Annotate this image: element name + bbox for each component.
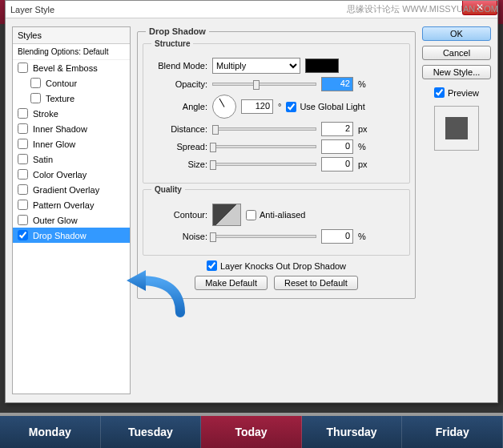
style-checkbox[interactable] (30, 78, 41, 88)
angle-dial[interactable] (212, 95, 236, 119)
size-slider[interactable] (212, 163, 316, 166)
contour-picker[interactable] (212, 204, 241, 226)
tab-thursday[interactable]: Thursday (302, 416, 403, 448)
size-label: Size: (151, 159, 207, 169)
contour-label: Contour: (151, 210, 207, 220)
tab-friday[interactable]: Friday (402, 416, 503, 448)
style-item-color-overlay[interactable]: Color Overlay (13, 167, 130, 182)
style-checkbox[interactable] (30, 93, 41, 103)
style-item-texture[interactable]: Texture (13, 91, 130, 106)
opacity-slider[interactable] (212, 83, 316, 86)
style-checkbox[interactable] (18, 215, 28, 225)
blending-options[interactable]: Blending Options: Default (13, 44, 130, 60)
cancel-button[interactable]: Cancel (422, 46, 491, 60)
style-label: Stroke (33, 109, 58, 119)
style-label: Gradient Overlay (33, 185, 99, 195)
watermark: 思缘设计论坛 WWW.MISSYUAN.COM (347, 3, 498, 15)
style-label: Inner Glow (33, 139, 75, 149)
global-light-checkbox[interactable]: Use Global Light (286, 102, 364, 112)
reset-default-button[interactable]: Reset to Default (274, 276, 358, 290)
style-checkbox[interactable] (18, 169, 28, 180)
style-item-inner-shadow[interactable]: Inner Shadow (13, 121, 130, 136)
noise-label: Noise: (151, 232, 207, 241)
distance-label: Distance: (151, 124, 207, 134)
style-label: Drop Shadow (33, 231, 87, 240)
spread-label: Spread: (151, 142, 207, 151)
styles-list: Styles Blending Options: Default Bevel &… (12, 26, 131, 394)
style-item-outer-glow[interactable]: Outer Glow (13, 212, 130, 228)
blend-mode-label: Blend Mode: (151, 61, 207, 71)
tab-today[interactable]: Today (201, 416, 302, 448)
distance-slider[interactable] (212, 127, 316, 131)
noise-slider[interactable] (212, 235, 316, 238)
style-checkbox[interactable] (18, 230, 28, 240)
knocks-out-checkbox[interactable]: Layer Knocks Out Drop Shadow (207, 260, 346, 271)
drop-shadow-group: Drop Shadow Structure Blend Mode: Multip… (137, 26, 416, 299)
drop-shadow-legend: Drop Shadow (146, 26, 209, 36)
style-label: Inner Shadow (33, 124, 87, 134)
style-item-satin[interactable]: Satin (13, 151, 130, 167)
style-item-bevel-emboss[interactable]: Bevel & Emboss (13, 60, 130, 75)
style-item-contour[interactable]: Contour (13, 75, 130, 91)
style-item-drop-shadow[interactable]: Drop Shadow (13, 228, 130, 243)
spread-input[interactable]: 0 (321, 139, 353, 154)
style-label: Bevel & Emboss (33, 63, 98, 73)
preview-checkbox[interactable]: Preview (422, 87, 491, 98)
style-label: Outer Glow (33, 216, 78, 225)
tab-monday[interactable]: Monday (0, 416, 101, 448)
make-default-button[interactable]: Make Default (195, 276, 268, 290)
ok-button[interactable]: OK (422, 26, 491, 41)
day-tabs: Monday Tuesday Today Thursday Friday (0, 413, 503, 448)
tab-tuesday[interactable]: Tuesday (101, 416, 202, 448)
noise-input[interactable]: 0 (321, 229, 353, 244)
size-input[interactable]: 0 (321, 157, 353, 172)
opacity-label: Opacity: (151, 79, 207, 89)
style-checkbox[interactable] (18, 154, 28, 164)
style-checkbox[interactable] (18, 200, 28, 210)
dialog-title: Layer Style (10, 5, 54, 14)
style-checkbox[interactable] (18, 139, 28, 149)
distance-input[interactable]: 2 (321, 122, 353, 136)
opacity-input[interactable]: 42 (321, 77, 353, 91)
shadow-color-swatch[interactable] (305, 59, 339, 73)
style-item-pattern-overlay[interactable]: Pattern Overlay (13, 197, 130, 212)
style-checkbox[interactable] (18, 123, 28, 134)
style-item-stroke[interactable]: Stroke (13, 106, 130, 121)
anti-aliased-checkbox[interactable]: Anti-aliased (246, 210, 305, 220)
preview-swatch (434, 106, 479, 151)
style-item-inner-glow[interactable]: Inner Glow (13, 136, 130, 151)
layer-style-dialog: Layer Style ✕ Styles Blending Options: D… (5, 0, 498, 403)
settings-panel: Drop Shadow Structure Blend Mode: Multip… (137, 26, 416, 394)
right-buttons: OK Cancel New Style... Preview (422, 26, 491, 394)
style-checkbox[interactable] (18, 63, 28, 73)
style-checkbox[interactable] (18, 184, 28, 195)
angle-label: Angle: (151, 102, 207, 111)
style-label: Pattern Overlay (33, 200, 94, 210)
style-checkbox[interactable] (18, 108, 28, 119)
styles-header[interactable]: Styles (13, 27, 130, 44)
style-label: Color Overlay (33, 170, 87, 180)
structure-group: Structure Blend Mode: Multiply Opacity: … (143, 39, 410, 184)
angle-input[interactable]: 120 (241, 99, 273, 114)
quality-group: Quality Contour: Anti-aliased Noise: 0 % (143, 185, 410, 256)
style-label: Contour (46, 79, 77, 88)
style-label: Satin (33, 155, 53, 164)
new-style-button[interactable]: New Style... (422, 65, 491, 79)
style-item-gradient-overlay[interactable]: Gradient Overlay (13, 182, 130, 197)
style-label: Texture (46, 94, 74, 103)
spread-slider[interactable] (212, 145, 316, 148)
blend-mode-select[interactable]: Multiply (212, 58, 300, 74)
